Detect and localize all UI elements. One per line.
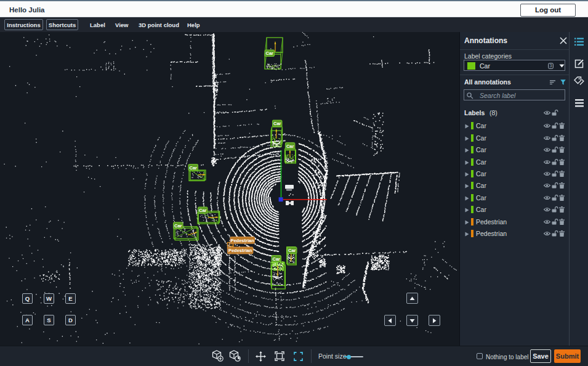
svg-text:Car: Car: [273, 121, 281, 126]
svg-text:Car: Car: [286, 144, 294, 149]
svg-text:Car: Car: [288, 248, 296, 253]
svg-text:Car: Car: [266, 51, 274, 56]
svg-text:Car: Car: [190, 165, 198, 171]
svg-text:3: 3: [550, 63, 552, 68]
svg-text:Car: Car: [174, 223, 182, 229]
svg-text:Car: Car: [199, 208, 207, 213]
svg-text:Car: Car: [273, 256, 281, 262]
svg-text:Pedestrian: Pedestrian: [228, 248, 252, 253]
svg-text:Pedestrian: Pedestrian: [230, 238, 254, 243]
